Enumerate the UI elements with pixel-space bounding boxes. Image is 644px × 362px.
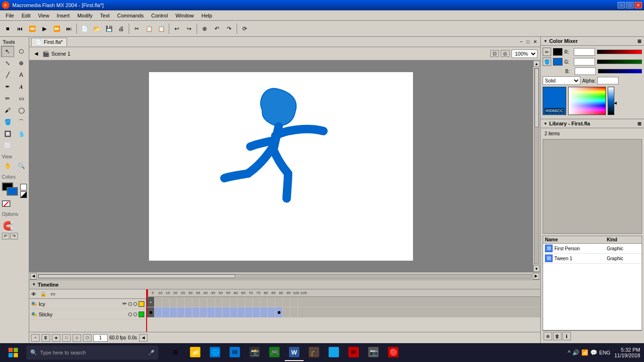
cm-r-slider[interactable] bbox=[597, 49, 642, 54]
menu-file[interactable]: File bbox=[2, 12, 18, 19]
vscroll-up[interactable]: ▲ bbox=[533, 60, 540, 67]
outline-icon[interactable]: ▭ bbox=[50, 291, 55, 297]
toolbar-cut[interactable]: ✂ bbox=[131, 23, 142, 34]
eye-icon[interactable]: 👁 bbox=[31, 291, 36, 297]
frame-cell[interactable] bbox=[162, 307, 170, 317]
chevron-up-icon[interactable]: ^ bbox=[568, 349, 570, 356]
search-bar[interactable]: 🔍 Type here to search 🎤 bbox=[26, 346, 158, 360]
frame-cell[interactable] bbox=[147, 307, 155, 317]
toolbar-save[interactable]: 💾 bbox=[103, 23, 115, 34]
tab-close[interactable]: ✕ bbox=[532, 39, 538, 44]
cm-r-input[interactable]: 0 bbox=[574, 48, 595, 56]
straighten-btn[interactable]: ↷ bbox=[10, 233, 18, 239]
frame-cell[interactable] bbox=[147, 297, 155, 307]
frame-cell[interactable] bbox=[200, 307, 207, 317]
cm-b-input[interactable]: 204 bbox=[575, 67, 596, 75]
network-icon[interactable]: 📶 bbox=[581, 349, 588, 356]
toolbar-paste[interactable]: 📋 bbox=[156, 23, 167, 34]
toolbar-forward[interactable]: ⏩ bbox=[51, 23, 62, 34]
lib-expand[interactable]: ⊞ bbox=[637, 121, 641, 126]
tool-zoom[interactable]: 🔍 bbox=[15, 160, 28, 172]
taskbar-edge[interactable]: 🌐 bbox=[206, 344, 224, 361]
timeline-arrow[interactable]: ▼ bbox=[32, 282, 36, 287]
system-clock[interactable]: 5:32 PM 11/19/2018 bbox=[614, 347, 640, 358]
add-scene-btn[interactable]: □ bbox=[62, 334, 71, 342]
toolbar-snap[interactable]: ⊕ bbox=[199, 23, 210, 34]
frame-cell[interactable] bbox=[245, 297, 253, 307]
vscroll-down[interactable]: ▼ bbox=[533, 265, 540, 272]
tool-text[interactable]: A bbox=[15, 69, 28, 81]
lib-properties[interactable]: ℹ bbox=[562, 332, 571, 340]
taskbar-file-explorer[interactable]: 📁 bbox=[186, 344, 205, 361]
magnet-icon[interactable]: 🧲 bbox=[2, 220, 27, 232]
tool-pencil[interactable]: ✏ bbox=[1, 93, 14, 104]
frame-cell[interactable] bbox=[177, 297, 185, 307]
swap-colors[interactable] bbox=[20, 191, 27, 198]
frame-input[interactable] bbox=[93, 334, 107, 342]
toolbar-redo[interactable]: ↪ bbox=[183, 23, 195, 34]
lib-new-symbol[interactable]: ⊕ bbox=[544, 332, 552, 340]
add-layer-btn[interactable]: + bbox=[31, 334, 40, 342]
speaker-icon[interactable]: 🔊 bbox=[572, 349, 579, 356]
tool-brush[interactable]: 🖌 bbox=[1, 105, 14, 116]
frame-cell[interactable] bbox=[230, 297, 238, 307]
frame-cell[interactable] bbox=[162, 297, 170, 307]
color-mixer-header[interactable]: ▼ Color Mixer ⊞ bbox=[541, 37, 644, 46]
cm-b-slider[interactable] bbox=[598, 69, 642, 74]
menu-edit[interactable]: Edit bbox=[18, 12, 34, 19]
frame-cell[interactable] bbox=[170, 307, 177, 317]
tab-maximize[interactable]: □ bbox=[525, 39, 531, 44]
toolbar-play[interactable]: ▶ bbox=[39, 23, 50, 34]
frame-cell[interactable] bbox=[260, 307, 268, 317]
voice-search-icon[interactable]: 🎤 bbox=[148, 350, 155, 356]
maximize-button[interactable]: □ bbox=[626, 2, 634, 8]
delete-layer-btn[interactable]: 🗑 bbox=[41, 334, 50, 342]
frame-cell[interactable] bbox=[275, 297, 283, 307]
frame-cell[interactable] bbox=[185, 297, 192, 307]
taskbar-mail2[interactable]: ✉ bbox=[344, 344, 363, 361]
layer-icy[interactable]: 🎭 Icy ✏ bbox=[29, 299, 146, 309]
cm-type-select[interactable]: Solid Linear Radial Bitmap bbox=[543, 76, 580, 85]
frame-cell[interactable] bbox=[253, 297, 260, 307]
hscroll-right[interactable]: ▶ bbox=[533, 273, 539, 280]
frame-cell[interactable] bbox=[275, 307, 283, 317]
menu-control[interactable]: Control bbox=[148, 12, 172, 19]
tab-minimize[interactable]: − bbox=[519, 39, 524, 44]
tool-free-transform[interactable]: ⤡ bbox=[1, 58, 14, 69]
toolbar-back[interactable]: ⏪ bbox=[26, 23, 38, 34]
smooth-btn[interactable]: ↶ bbox=[2, 233, 9, 239]
taskbar-camera[interactable]: 📷 bbox=[364, 344, 383, 361]
add-motion-btn[interactable]: ◈ bbox=[52, 334, 60, 342]
cm-pencil-icon[interactable]: ✏ bbox=[543, 48, 551, 56]
menu-insert[interactable]: Insert bbox=[53, 12, 74, 19]
cm-expand[interactable]: ⊞ bbox=[637, 39, 641, 44]
frame-cell[interactable] bbox=[283, 297, 290, 307]
toolbar-open[interactable]: 📂 bbox=[91, 23, 102, 34]
document-tab[interactable]: 📄 First.fla* bbox=[31, 38, 67, 46]
tool-line[interactable]: ╱ bbox=[1, 69, 14, 81]
tool-arrow[interactable]: ↖ bbox=[1, 46, 14, 57]
vertical-scrollbar[interactable]: ▲ ▼ bbox=[533, 60, 540, 272]
cm-solid-color[interactable]: #0066CC bbox=[543, 87, 566, 115]
menu-view[interactable]: View bbox=[34, 12, 53, 19]
frame-cell[interactable] bbox=[238, 307, 245, 317]
toolbar-straighten[interactable]: ↷ bbox=[223, 23, 235, 34]
tool-text2[interactable]: 𝑨 bbox=[15, 81, 28, 92]
hscroll-left[interactable]: ◀ bbox=[30, 273, 37, 280]
toolbar-stop[interactable]: ■ bbox=[2, 23, 13, 34]
frame-cell[interactable] bbox=[290, 307, 298, 317]
add-keyframe-btn[interactable]: ◇ bbox=[73, 334, 81, 342]
menu-window[interactable]: Window bbox=[172, 12, 198, 19]
tool-oval[interactable]: ◯ bbox=[15, 105, 28, 116]
frame-cell[interactable] bbox=[290, 297, 298, 307]
cm-g-slider[interactable] bbox=[597, 59, 642, 64]
layer-sticky[interactable]: 🎭 Sticky bbox=[29, 309, 146, 320]
horizontal-scrollbar[interactable]: ◀ ▶ bbox=[29, 272, 540, 280]
lib-delete[interactable]: 🗑 bbox=[553, 332, 561, 340]
start-button[interactable] bbox=[4, 345, 23, 360]
menu-commands[interactable]: Commands bbox=[113, 12, 147, 19]
taskbar-mail[interactable]: ✉ bbox=[225, 344, 244, 361]
minimize-button[interactable]: − bbox=[618, 2, 625, 8]
toolbar-print[interactable]: 🖨 bbox=[116, 23, 127, 34]
sticky-track[interactable] bbox=[147, 307, 540, 318]
